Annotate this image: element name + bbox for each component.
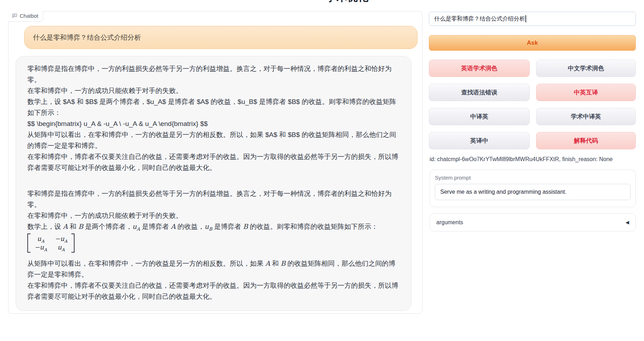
message-gap [27, 173, 400, 188]
user-message-text: 什么是零和博弈？结合公式介绍分析 [33, 33, 141, 42]
completion-status: id: chatcmpl-6wOo7KrYTwMl89lbrMWRu4UkFFX… [430, 156, 636, 163]
btn-english-academic-polish[interactable]: 英语学术润色 [429, 60, 530, 77]
bot-rendered-content: 零和博弈是指在博弈中，一方的利益损失必然等于另一方的利益增益。换言之，对于每一种… [27, 188, 400, 302]
btn-en-to-zh[interactable]: 英译中 [429, 132, 530, 149]
chat-bubble-icon [12, 13, 17, 18]
chatbot-panel[interactable]: Chatbot 什么是零和博弈？结合公式介绍分析 零和博弈是指在博弈中，一方的利… [8, 11, 422, 314]
btn-academic-zh-to-en[interactable]: 学术中译英 [536, 108, 636, 125]
question-input[interactable]: 什么是零和博弈？结合公式介绍分析 [429, 12, 636, 26]
system-prompt-text: Serve me as a writing and programming as… [440, 189, 567, 195]
page-title-text: 学术优化 [317, 0, 377, 4]
system-prompt-input[interactable]: Serve me as a writing and programming as… [435, 184, 631, 200]
text-cursor [525, 15, 526, 22]
btn-chinese-academic-polish[interactable]: 中文学术润色 [536, 60, 636, 77]
system-prompt-label: System prompt [435, 175, 631, 181]
system-prompt-group: System prompt Serve me as a writing and … [430, 170, 636, 207]
ask-button[interactable]: Ask [429, 35, 636, 51]
page-title: 学术优化 [317, 0, 377, 4]
bot-message-bubble: 零和博弈是指在博弈中，一方的利益损失必然等于另一方的利益增益。换言之，对于每一种… [16, 56, 411, 311]
btn-zh-en-mutual-translation[interactable]: 中英互译 [536, 84, 636, 101]
question-input-text: 什么是零和博弈？结合公式介绍分析 [434, 15, 525, 23]
btn-find-grammar-errors[interactable]: 查找语法错误 [429, 84, 530, 101]
chatbot-label: Chatbot [8, 11, 44, 22]
accordion-label: arguments [436, 219, 463, 226]
latex-matrix: uA−uA−uAuA [27, 233, 75, 253]
caret-left-icon: ◀ [626, 220, 629, 225]
arguments-accordion[interactable]: arguments ◀ [430, 213, 636, 231]
user-message-bubble: 什么是零和博弈？结合公式介绍分析 [24, 26, 417, 49]
chatbot-label-text: Chatbot [20, 13, 39, 19]
bot-raw-markdown: 零和博弈是指在博弈中，一方的利益损失必然等于另一方的利益增益。换言之，对于每一种… [27, 63, 400, 173]
btn-zh-to-en[interactable]: 中译英 [429, 108, 530, 125]
quick-actions-grid: 英语学术润色 中文学术润色 查找语法错误 中英互译 中译英 学术中译英 英译中 … [429, 60, 636, 149]
btn-explain-code[interactable]: 解释代码 [536, 132, 636, 149]
